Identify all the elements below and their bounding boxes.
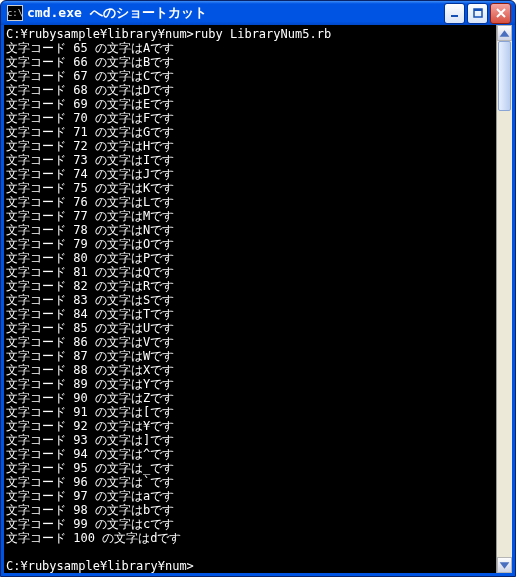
line-suffix: です: [150, 209, 174, 223]
line-prefix: 文字コード: [6, 489, 73, 503]
line-suffix: です: [150, 279, 174, 293]
vertical-scrollbar[interactable]: [496, 25, 512, 573]
line-mid: の文字は: [88, 111, 143, 125]
line-prefix: 文字コード: [6, 321, 73, 335]
line-mid: の文字は: [88, 503, 143, 517]
char-code: 74: [73, 167, 87, 181]
line-suffix: です: [150, 167, 174, 181]
line-mid: の文字は: [88, 153, 143, 167]
line-prefix: 文字コード: [6, 503, 73, 517]
char-code: 68: [73, 83, 87, 97]
output-line: 文字コード 85 の文字はUです: [6, 321, 496, 335]
char-code: 88: [73, 363, 87, 377]
output-line: 文字コード 97 の文字はaです: [6, 489, 496, 503]
line-mid: の文字は: [88, 251, 143, 265]
output-line: 文字コード 79 の文字はOです: [6, 237, 496, 251]
line-suffix: です: [150, 181, 174, 195]
line-prefix: 文字コード: [6, 265, 73, 279]
client-area: C:¥rubysample¥library¥num>ruby LibraryNu…: [4, 25, 512, 573]
window-buttons: [444, 3, 511, 24]
output-line: 文字コード 69 の文字はEです: [6, 97, 496, 111]
line-prefix: 文字コード: [6, 405, 73, 419]
char-code: 85: [73, 321, 87, 335]
line-prefix: 文字コード: [6, 419, 73, 433]
char-code: 78: [73, 223, 87, 237]
line-prefix: 文字コード: [6, 293, 73, 307]
chevron-down-icon: [498, 559, 511, 572]
svg-rect-2: [474, 9, 482, 11]
output-line: 文字コード 91 の文字は[です: [6, 405, 496, 419]
line-prefix: 文字コード: [6, 55, 73, 69]
line-mid: の文字は: [88, 517, 143, 531]
line-mid: の文字は: [88, 349, 143, 363]
char-code: 96: [73, 475, 87, 489]
char-code: 79: [73, 237, 87, 251]
output-line: 文字コード 92 の文字は¥です: [6, 419, 496, 433]
window-title: cmd.exe へのショートカット: [27, 4, 444, 22]
char-code: 100: [73, 531, 95, 545]
minimize-icon: [450, 8, 460, 18]
line-mid: の文字は: [88, 419, 143, 433]
scroll-thumb[interactable]: [498, 41, 511, 111]
line-suffix: です: [150, 433, 174, 447]
prompt-line: C:¥rubysample¥library¥num>ruby LibraryNu…: [6, 27, 496, 41]
line-mid: の文字は: [88, 55, 143, 69]
line-mid: の文字は: [88, 335, 143, 349]
line-prefix: 文字コード: [6, 391, 73, 405]
chevron-up-icon: [498, 27, 511, 40]
line-mid: の文字は: [88, 363, 143, 377]
char-code: 80: [73, 251, 87, 265]
line-prefix: 文字コード: [6, 335, 73, 349]
line-suffix: です: [150, 139, 174, 153]
output-line: 文字コード 74 の文字はJです: [6, 167, 496, 181]
line-mid: の文字は: [88, 279, 143, 293]
line-suffix: です: [150, 125, 174, 139]
close-icon: [496, 8, 506, 18]
line-suffix: です: [150, 41, 174, 55]
line-prefix: 文字コード: [6, 41, 73, 55]
line-prefix: 文字コード: [6, 139, 73, 153]
line-suffix: です: [150, 517, 174, 531]
line-suffix: です: [150, 251, 174, 265]
char-code: 67: [73, 69, 87, 83]
line-mid: の文字は: [88, 405, 143, 419]
scroll-track[interactable]: [497, 41, 512, 557]
titlebar[interactable]: c:\ cmd.exe へのショートカット: [1, 1, 515, 25]
line-mid: の文字は: [88, 209, 143, 223]
line-prefix: 文字コード: [6, 125, 73, 139]
maximize-button[interactable]: [467, 3, 488, 24]
scroll-up-button[interactable]: [497, 25, 512, 41]
line-mid: の文字は: [88, 307, 143, 321]
output-line: 文字コード 75 の文字はKです: [6, 181, 496, 195]
line-suffix: です: [150, 111, 174, 125]
char-code: 72: [73, 139, 87, 153]
line-suffix: です: [150, 363, 174, 377]
line-prefix: 文字コード: [6, 153, 73, 167]
line-prefix: 文字コード: [6, 517, 73, 531]
maximize-icon: [473, 8, 483, 18]
line-suffix: です: [150, 307, 174, 321]
line-prefix: 文字コード: [6, 363, 73, 377]
line-mid: の文字は: [88, 433, 143, 447]
output-line: 文字コード 95 の文字は_です: [6, 461, 496, 475]
close-button[interactable]: [490, 3, 511, 24]
line-suffix: です: [150, 195, 174, 209]
line-suffix: です: [157, 531, 181, 545]
output-line: 文字コード 76 の文字はLです: [6, 195, 496, 209]
line-prefix: 文字コード: [6, 237, 73, 251]
line-mid: の文字は: [88, 167, 143, 181]
output-line: 文字コード 78 の文字はNです: [6, 223, 496, 237]
cmd-icon: c:\: [7, 5, 23, 21]
scroll-down-button[interactable]: [497, 557, 512, 573]
blank-line: [6, 545, 496, 559]
output-line: 文字コード 73 の文字はIです: [6, 153, 496, 167]
output-line: 文字コード 65 の文字はAです: [6, 41, 496, 55]
terminal-output[interactable]: C:¥rubysample¥library¥num>ruby LibraryNu…: [4, 25, 496, 573]
prompt-text: C:¥rubysample¥library¥num>: [6, 559, 194, 573]
minimize-button[interactable]: [444, 3, 465, 24]
line-prefix: 文字コード: [6, 475, 73, 489]
output-line: 文字コード 98 の文字はbです: [6, 503, 496, 517]
line-prefix: 文字コード: [6, 377, 73, 391]
char-code: 89: [73, 377, 87, 391]
line-mid: の文字は: [88, 461, 143, 475]
